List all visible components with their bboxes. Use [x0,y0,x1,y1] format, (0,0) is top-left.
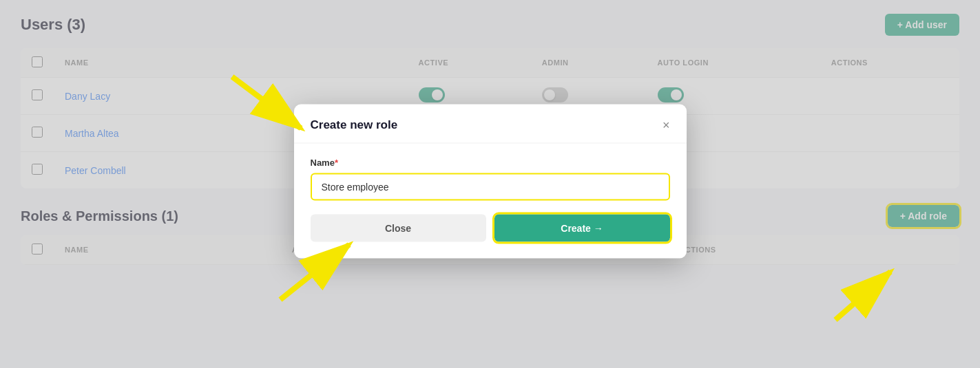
name-field-label: Name* [311,157,670,167]
create-role-modal: Create new role × Name* Close Create → [294,104,687,258]
modal-title: Create new role [311,118,398,131]
modal-wrapper: Create new role × Name* Close Create → [294,104,687,258]
modal-create-btn[interactable]: Create → [494,214,670,241]
modal-close-btn[interactable]: Close [311,214,486,241]
modal-header: Create new role × [294,104,687,143]
modal-body: Name* Close Create → [294,143,687,258]
modal-close-button[interactable]: × [663,118,670,131]
name-input[interactable] [311,173,670,200]
modal-actions: Close Create → [311,214,670,241]
